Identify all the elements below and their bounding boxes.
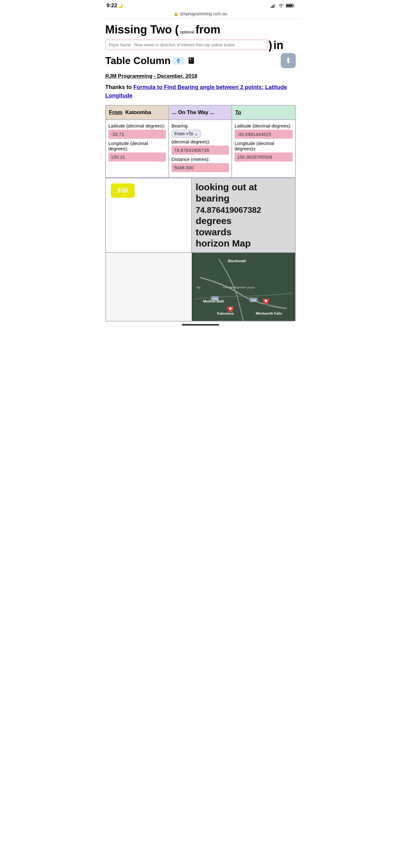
map-text-part4: degrees xyxy=(196,216,231,226)
distance-label: Distance (metres): xyxy=(171,157,229,162)
missing-text: Missing Two ( xyxy=(105,23,179,36)
svg-text:A32: A32 xyxy=(251,299,256,302)
close-paren: ) xyxy=(269,39,272,52)
home-indicator xyxy=(182,324,219,326)
map-section: A32 A32 Blackheath nly For development p… xyxy=(106,252,295,321)
optional-text: optional xyxy=(180,30,194,35)
computer-icon: 🖥 xyxy=(187,56,195,66)
from-city: Katoomba xyxy=(125,110,151,115)
svg-rect-1 xyxy=(272,6,273,8)
svg-point-20 xyxy=(229,307,232,310)
map-description: looking out at bearing 74.876419067382 d… xyxy=(196,182,291,249)
svg-text:Medlow Bath: Medlow Bath xyxy=(203,299,224,303)
bearing-input[interactable] xyxy=(171,146,229,155)
from-text: from xyxy=(196,23,221,36)
svg-text:nly: nly xyxy=(196,286,201,289)
map-text-bearing-val: 74.876419067382 xyxy=(196,205,261,215)
svg-text:Blackheath: Blackheath xyxy=(228,259,246,263)
status-time: 9:22 xyxy=(106,2,117,9)
wifi-icon xyxy=(278,3,284,8)
svg-point-22 xyxy=(265,300,267,302)
from-label: From xyxy=(109,110,123,115)
map-image-cell: A32 A32 Blackheath nly For development p… xyxy=(192,253,295,321)
fake-map-svg: A32 A32 Blackheath nly For development p… xyxy=(192,253,295,321)
fill-cell: Fill xyxy=(106,178,192,252)
main-heading: Missing Two (optional from xyxy=(105,23,296,36)
bearing-label: Bearing xyxy=(171,123,229,128)
svg-text:For development purpo: For development purpo xyxy=(223,286,256,289)
lock-icon: 🔒 xyxy=(174,11,178,16)
fill-button[interactable]: Fill xyxy=(111,183,135,198)
thanks-prefix: Thanks to xyxy=(105,84,133,90)
url-text: rjmprogramming.com.au xyxy=(180,11,227,16)
ontheway-label: ... On The Way ... xyxy=(172,110,214,115)
up-arrow-button[interactable]: ⬆ xyxy=(281,53,296,68)
bottom-section: Fill looking out at bearing 74.876419067… xyxy=(106,178,295,252)
svg-rect-2 xyxy=(273,5,274,8)
lat-input-to[interactable] xyxy=(235,130,293,139)
header-ontheway-cell: ... On The Way ... xyxy=(169,105,232,119)
thanks-section: Thanks to Formula to Find Bearing angle … xyxy=(105,83,296,100)
lat-label-to: Latitude (decimal degrees): xyxy=(235,123,293,128)
dropdown-arrow-icon: ⌄ xyxy=(194,131,198,136)
dropdown-value: From->To xyxy=(174,131,193,136)
distance-input[interactable] xyxy=(171,163,229,172)
to-label: To xyxy=(235,110,241,115)
svg-rect-7 xyxy=(294,5,295,6)
attribution-name: RJM Programming xyxy=(105,73,153,79)
lon-input-to[interactable] xyxy=(235,153,293,161)
map-text-part1: looking out at xyxy=(196,182,257,192)
svg-point-4 xyxy=(281,7,282,8)
map-text-part6: horizon Map xyxy=(196,238,251,248)
header-to-cell: To xyxy=(232,105,295,119)
bearing-dropdown[interactable]: From->To ⌄ xyxy=(171,130,201,138)
battery-icon xyxy=(286,3,295,8)
status-icons xyxy=(271,3,295,8)
svg-rect-3 xyxy=(274,4,275,8)
in-text: in xyxy=(274,39,283,52)
lon-input-from[interactable] xyxy=(108,153,166,161)
table-col-heading: Table Column 📧 🖥 ⬆ xyxy=(105,53,296,68)
map-text-part5: towards xyxy=(196,227,231,237)
envelope-icon: 📧 xyxy=(173,56,184,66)
to-data-cell: Latitude (decimal degrees): Longitude (d… xyxy=(232,120,295,177)
decimal-label: (decimal degrees): xyxy=(171,139,229,144)
svg-text:Wentworth Falls: Wentworth Falls xyxy=(256,312,282,315)
signal-icon xyxy=(271,3,276,8)
table-column-label: Table Column xyxy=(105,55,170,67)
from-data-cell: Latitude (decimal degrees): Longitude (d… xyxy=(106,120,169,177)
attribution-date: December, 2018 xyxy=(157,73,197,79)
status-bar: 9:22 🌙 xyxy=(100,0,301,10)
moon-icon: 🌙 xyxy=(117,3,123,8)
attribution-separator: - xyxy=(154,73,157,79)
lat-label-from: Latitude (decimal degrees): xyxy=(108,123,166,128)
lat-input-from[interactable] xyxy=(108,130,166,139)
header-from-cell: From Katoomba xyxy=(106,105,169,119)
map-text-cell: looking out at bearing 74.876419067382 d… xyxy=(192,178,295,252)
svg-rect-6 xyxy=(287,5,293,7)
lon-label-from: Longitude (decimal degrees): xyxy=(108,141,166,151)
address-bar: 🔒 rjmprogramming.com.au xyxy=(100,10,301,19)
page-content: Missing Two (optional from ) in Table Co… xyxy=(100,19,301,332)
ontheway-data-cell: Bearing From->To ⌄ (decimal degrees): Di… xyxy=(169,120,232,177)
bottom-indicator xyxy=(105,321,296,328)
svg-rect-0 xyxy=(271,6,272,8)
table-header-row: From Katoomba ... On The Way ... To xyxy=(106,105,295,120)
attribution: RJM Programming - December, 2018 xyxy=(105,73,296,80)
main-table: From Katoomba ... On The Way ... To Lati… xyxy=(105,105,296,321)
map-label-cell xyxy=(106,253,192,321)
map-text-part2: bearing xyxy=(196,193,229,204)
table-data-row: Latitude (decimal degrees): Longitude (d… xyxy=(106,120,295,178)
lon-label-to: Longitude (decimal degrees)± xyxy=(235,141,293,151)
place-name-input[interactable] xyxy=(105,40,267,50)
